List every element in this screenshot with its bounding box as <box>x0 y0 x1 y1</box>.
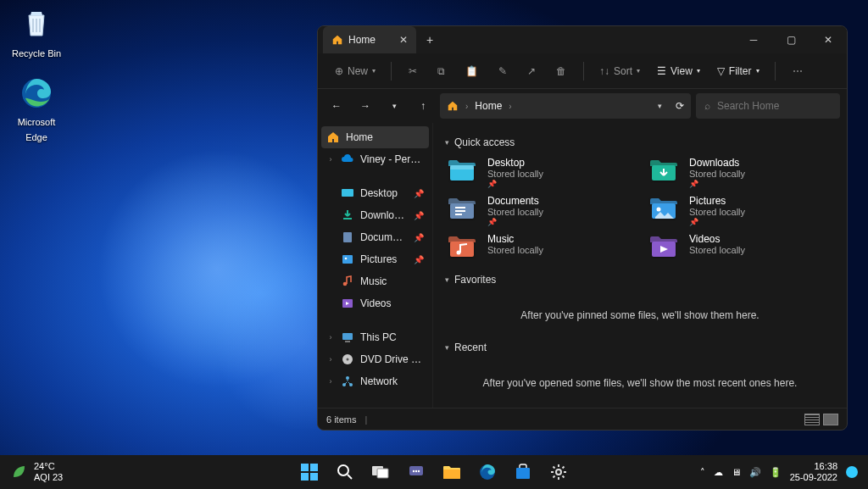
pin-icon: 📌 <box>487 180 543 188</box>
section-recent[interactable]: ▾ Recent <box>445 342 835 353</box>
section-favorites[interactable]: ▾ Favorites <box>445 274 835 286</box>
svg-rect-28 <box>301 473 309 481</box>
store-button[interactable] <box>508 457 538 487</box>
refresh-button[interactable]: ⟳ <box>676 100 684 112</box>
quick-access-documents[interactable]: DocumentsStored locally📌 <box>445 195 633 226</box>
file-explorer-window: Home ✕ + ─ ▢ ✕ ⊕New▾ ✂ ⧉ 📋 ✎ ↗ 🗑 ↑↓Sort▾… <box>317 25 848 431</box>
qa-item-name: Desktop <box>487 157 543 169</box>
view-button[interactable]: ☰View▾ <box>650 61 707 81</box>
address-bar[interactable]: › Home › ▾ ⟳ <box>440 93 691 119</box>
qa-item-name: Music <box>487 233 543 245</box>
quick-access-music[interactable]: MusicStored locally <box>445 233 633 262</box>
titlebar[interactable]: Home ✕ + ─ ▢ ✕ <box>318 26 847 53</box>
back-button[interactable]: ← <box>325 94 348 118</box>
qa-item-sub: Stored locally <box>689 207 745 217</box>
network-tray-icon[interactable]: 🖥 <box>732 467 741 477</box>
share-button[interactable]: ↗ <box>519 61 544 81</box>
paste-button[interactable]: 📋 <box>457 61 487 81</box>
funnel-icon: ▽ <box>717 65 725 77</box>
home-icon <box>447 100 459 112</box>
sidebar-item-downloads[interactable]: Downloads 📌 <box>318 204 432 226</box>
forward-button[interactable]: → <box>353 94 377 118</box>
svg-point-36 <box>418 470 420 472</box>
sort-button[interactable]: ↑↓Sort▾ <box>593 61 647 81</box>
search-box[interactable]: ⌕ <box>696 93 840 119</box>
svg-rect-2 <box>343 232 352 242</box>
filter-button[interactable]: ▽Filter▾ <box>710 61 766 81</box>
clock[interactable]: 16:38 25-09-2022 <box>790 461 837 483</box>
pin-icon: 📌 <box>414 233 424 242</box>
quick-access-pictures[interactable]: PicturesStored locally📌 <box>647 195 835 226</box>
expand-icon[interactable]: › <box>326 377 335 386</box>
desktop-icon-recycle-bin[interactable]: Recycle Bin <box>7 7 66 60</box>
qa-item-sub: Stored locally <box>487 169 543 179</box>
desktop-icon-edge[interactable]: Microsoft Edge <box>7 75 66 144</box>
svg-rect-27 <box>310 464 318 471</box>
sidebar-item-music[interactable]: Music <box>318 270 432 292</box>
sidebar-item-desktop[interactable]: Desktop 📌 <box>318 182 432 204</box>
new-tab-button[interactable]: + <box>426 33 433 47</box>
start-button[interactable] <box>294 457 325 487</box>
search-input[interactable] <box>717 100 832 112</box>
maximize-button[interactable]: ▢ <box>772 26 810 53</box>
content-pane: ▾ Quick access DesktopStored locally📌Dow… <box>433 123 847 408</box>
svg-rect-20 <box>455 214 462 215</box>
up-button[interactable]: ↑ <box>411 94 435 118</box>
close-tab-icon[interactable]: ✕ <box>399 34 408 46</box>
desktop-icon-label: Recycle Bin <box>12 48 61 58</box>
tab-home[interactable]: Home ✕ <box>323 26 416 53</box>
navbar: ← → ▾ ↑ › Home › ▾ ⟳ ⌕ <box>318 89 847 123</box>
cloud-icon <box>341 153 354 166</box>
downloads-icon <box>341 208 354 222</box>
desktop-icon-label: Microsoft Edge <box>18 117 56 142</box>
details-view-button[interactable] <box>804 414 820 425</box>
file-explorer-button[interactable] <box>437 457 467 487</box>
breadcrumb-home[interactable]: Home <box>475 100 502 112</box>
pin-icon: 📌 <box>487 218 543 226</box>
battery-tray-icon[interactable]: 🔋 <box>770 467 782 478</box>
svg-point-11 <box>346 376 349 380</box>
quick-access-videos[interactable]: VideosStored locally <box>647 233 835 262</box>
expand-icon[interactable]: › <box>326 155 335 164</box>
new-button[interactable]: ⊕New▾ <box>328 61 382 81</box>
close-button[interactable]: ✕ <box>810 26 847 53</box>
delete-button[interactable]: 🗑 <box>548 61 575 81</box>
tray-expand-icon[interactable]: ˄ <box>700 467 705 478</box>
settings-button[interactable] <box>543 457 574 487</box>
quick-access-desktop[interactable]: DesktopStored locally📌 <box>445 157 633 188</box>
folder-icon <box>445 195 479 224</box>
expand-icon[interactable]: › <box>326 333 335 342</box>
sidebar-item-videos[interactable]: Videos <box>318 292 432 314</box>
sidebar-item-onedrive[interactable]: › Viney - Personal <box>318 148 432 170</box>
weather-widget[interactable]: 24°C AQI 23 <box>10 461 63 483</box>
recent-dropdown[interactable]: ▾ <box>382 94 406 118</box>
minimize-button[interactable]: ─ <box>735 26 772 53</box>
rename-button[interactable]: ✎ <box>490 61 515 81</box>
volume-tray-icon[interactable]: 🔊 <box>749 467 761 478</box>
qa-item-name: Downloads <box>689 157 745 169</box>
onedrive-tray-icon[interactable]: ☁ <box>714 467 723 478</box>
pin-icon: 📌 <box>414 255 424 264</box>
chat-button[interactable] <box>401 457 431 487</box>
sidebar-item-pictures[interactable]: Pictures 📌 <box>318 248 432 270</box>
address-dropdown-icon[interactable]: ▾ <box>658 102 662 110</box>
sidebar-item-network[interactable]: › Network <box>318 370 432 392</box>
more-button[interactable]: ⋯ <box>784 61 811 81</box>
cut-button[interactable]: ✂ <box>400 61 426 81</box>
favorites-empty-text: After you've pinned some files, we'll sh… <box>445 294 835 336</box>
sidebar-item-home[interactable]: Home <box>321 126 429 148</box>
toolbar: ⊕New▾ ✂ ⧉ 📋 ✎ ↗ 🗑 ↑↓Sort▾ ☰View▾ ▽Filter… <box>318 53 847 89</box>
quick-access-downloads[interactable]: DownloadsStored locally📌 <box>647 157 835 188</box>
task-view-button[interactable] <box>365 457 396 487</box>
thumbnails-view-button[interactable] <box>823 414 838 425</box>
sidebar-item-dvd[interactable]: › DVD Drive (D:) CCC <box>318 348 432 370</box>
expand-icon[interactable]: › <box>326 355 335 364</box>
edge-taskbar-button[interactable] <box>472 457 503 487</box>
search-button[interactable] <box>330 457 360 487</box>
taskbar[interactable]: 24°C AQI 23 ˄ ☁ 🖥 🔊 🔋 16:38 25-09-2022 <box>0 455 868 489</box>
sidebar-item-documents[interactable]: Documents 📌 <box>318 226 432 248</box>
sidebar-item-thispc[interactable]: › This PC <box>318 326 432 348</box>
copy-button[interactable]: ⧉ <box>429 61 453 81</box>
notifications-icon[interactable] <box>846 466 858 478</box>
section-quick-access[interactable]: ▾ Quick access <box>445 136 835 148</box>
